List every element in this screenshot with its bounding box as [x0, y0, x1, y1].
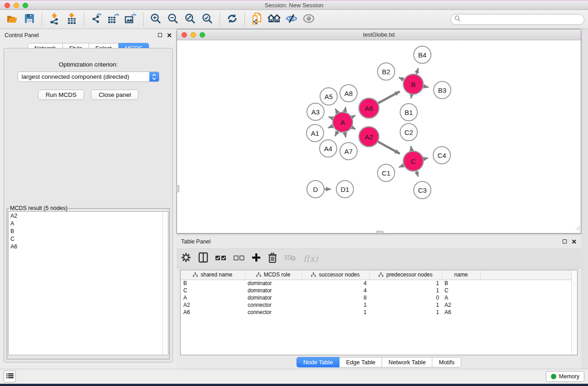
table-cell[interactable]: B: [442, 280, 480, 287]
mcds-result-item[interactable]: B: [9, 227, 168, 235]
table-cell[interactable]: 0: [369, 294, 442, 301]
export-network-button[interactable]: [88, 11, 105, 28]
export-image-button[interactable]: [122, 11, 139, 28]
export-table-button[interactable]: [105, 11, 122, 28]
table-row[interactable]: A6connector11A6: [181, 309, 573, 316]
open-session-button[interactable]: [4, 11, 21, 28]
graph-node-A[interactable]: A: [333, 112, 353, 132]
table-row[interactable]: A2connector11A2: [181, 301, 573, 309]
show-graphics-button[interactable]: [300, 11, 317, 28]
close-panel-icon[interactable]: ✕: [167, 32, 172, 38]
table-row[interactable]: Adominator80A: [181, 294, 573, 301]
task-history-button[interactable]: [4, 371, 16, 382]
table-cell[interactable]: 1: [369, 287, 442, 294]
table-cell[interactable]: A6: [442, 309, 480, 316]
graph-node-A2[interactable]: A2: [359, 127, 379, 147]
table-row[interactable]: Bdominator41B: [181, 280, 573, 287]
search-field[interactable]: [450, 14, 584, 25]
table-cell[interactable]: B: [181, 280, 245, 287]
table-cell[interactable]: A2: [442, 301, 480, 309]
mcds-result-item[interactable]: A6: [9, 243, 168, 250]
tab-network-table[interactable]: Network Table: [382, 357, 432, 367]
bottom-splitter-handle[interactable]: [376, 231, 383, 234]
graph-node-B2[interactable]: B2: [378, 63, 395, 80]
graph-node-D[interactable]: D: [307, 181, 324, 198]
delete-column-button[interactable]: [268, 252, 277, 265]
table-settings-button[interactable]: [181, 252, 191, 265]
graph-node-B3[interactable]: B3: [434, 81, 451, 99]
edge-A2-C[interactable]: [378, 142, 400, 153]
graph-node-C[interactable]: C: [403, 151, 423, 171]
table-cell[interactable]: C: [442, 287, 480, 294]
edge-C-C2[interactable]: [411, 146, 412, 151]
clear-all-columns-button[interactable]: [234, 252, 244, 265]
edge-B-B4[interactable]: [416, 68, 418, 74]
table-cell[interactable]: 4: [301, 287, 369, 294]
edge-A-A6[interactable]: [352, 115, 355, 117]
mcds-result-item[interactable]: C: [9, 235, 168, 243]
add-column-button[interactable]: [252, 252, 261, 265]
delete-table-button[interactable]: [284, 252, 296, 265]
import-table-button[interactable]: [63, 11, 80, 28]
mcds-result-item[interactable]: A: [9, 219, 168, 227]
result-list-scrollbar[interactable]: [162, 212, 168, 355]
minimize-window-button[interactable]: [14, 3, 19, 8]
graph-node-A4[interactable]: A4: [320, 140, 337, 157]
select-all-columns-button[interactable]: [215, 252, 226, 265]
network-canvas[interactable]: A5A8A6A3AA1A2A4A7B2B4BB3B1C2CC4C1C3DD1: [177, 40, 581, 233]
criterion-select[interactable]: largest connected component (directed): [18, 71, 159, 82]
graph-node-C1[interactable]: C1: [378, 164, 395, 181]
table-cell[interactable]: 1: [369, 301, 442, 309]
tab-node-table[interactable]: Node Table: [296, 357, 340, 367]
table-cell[interactable]: 8: [301, 294, 369, 301]
zoom-in-button[interactable]: [147, 11, 164, 28]
table-row[interactable]: Cdominator41C: [181, 287, 573, 294]
network-maximize-button[interactable]: [200, 32, 205, 38]
home-button[interactable]: [266, 11, 283, 28]
table-cell[interactable]: A: [181, 294, 245, 301]
refresh-button[interactable]: [224, 11, 241, 28]
close-panel-button[interactable]: Close panel: [91, 90, 139, 100]
memory-button[interactable]: Memory: [546, 371, 584, 382]
network-minimize-button[interactable]: [191, 32, 196, 38]
hide-details-button[interactable]: [283, 11, 300, 28]
table-cell[interactable]: dominator: [245, 280, 301, 287]
edge-A-A4[interactable]: [335, 131, 338, 136]
close-window-button[interactable]: [5, 3, 10, 8]
run-mcds-button[interactable]: Run MCDS: [38, 90, 84, 100]
tab-motifs[interactable]: Motifs: [432, 357, 461, 367]
table-cell[interactable]: 1: [369, 309, 442, 316]
graph-node-C4[interactable]: C4: [433, 147, 450, 164]
table-cell[interactable]: 1: [301, 309, 369, 316]
column-header-predecessor-nodes[interactable]: predecessor nodes: [369, 270, 442, 280]
edge-A-A1[interactable]: [328, 126, 333, 128]
table-cell[interactable]: C: [181, 287, 245, 294]
graph-node-A7[interactable]: A7: [340, 143, 357, 160]
zoom-out-button[interactable]: [164, 11, 182, 28]
import-network-button[interactable]: [46, 11, 63, 28]
graph-node-A3[interactable]: A3: [307, 103, 324, 120]
table-cell[interactable]: A2: [181, 301, 245, 309]
node-table-grid[interactable]: shared nameMCDS rolesuccessor nodesprede…: [181, 270, 573, 316]
edge-A-A7[interactable]: [345, 133, 346, 138]
network-window-titlebar[interactable]: testGlobe.txt: [177, 29, 581, 40]
table-cell[interactable]: 1: [301, 301, 369, 309]
column-header-shared-name[interactable]: shared name: [181, 270, 245, 280]
tab-edge-table[interactable]: Edge Table: [339, 357, 382, 367]
table-cell[interactable]: connector: [245, 301, 301, 309]
zoom-selected-button[interactable]: [199, 11, 216, 28]
zoom-fit-button[interactable]: [182, 11, 199, 28]
graph-node-B1[interactable]: B1: [400, 104, 417, 121]
mcds-result-item[interactable]: A2: [9, 212, 168, 219]
network-from-selection-button[interactable]: [249, 11, 266, 28]
graph-node-B[interactable]: B: [403, 74, 423, 94]
network-graph[interactable]: A5A8A6A3AA1A2A4A7B2B4BB3B1C2CC4C1C3DD1: [177, 40, 581, 233]
table-cell[interactable]: dominator: [245, 294, 301, 301]
edge-C-C1[interactable]: [399, 165, 403, 167]
left-splitter-handle[interactable]: [177, 185, 179, 192]
table-cell[interactable]: dominator: [245, 287, 301, 294]
table-cell[interactable]: A: [442, 294, 480, 301]
edge-A-A2[interactable]: [352, 127, 355, 129]
table-cell[interactable]: A6: [181, 309, 245, 316]
table-scrollbar[interactable]: [571, 270, 577, 355]
